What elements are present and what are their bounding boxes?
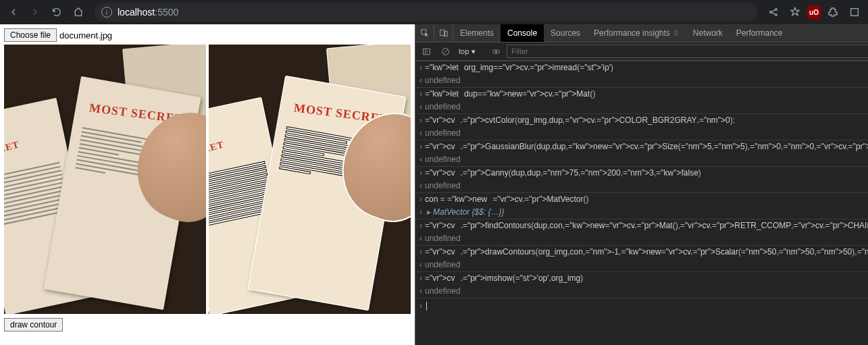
console-prompt[interactable]: › [415, 298, 868, 312]
extensions-icon[interactable] [823, 3, 842, 22]
svg-point-2 [775, 14, 777, 16]
console-input-row: ›="kw">let dup = ="kw">new ="vr">cv.="pr… [415, 87, 868, 101]
device-toolbar-icon[interactable] [434, 24, 453, 42]
console-input-row: ›="vr">cv.="pr">Canny(dup, dup, ="nm">75… [415, 166, 868, 180]
console-output-row: ‹undefined [415, 153, 868, 166]
console-toolbar: top Default levels ▾ No Is [415, 43, 868, 61]
console-input-row: ›="kw">let org_img = ="vr">cv.="pr">imre… [415, 61, 868, 74]
svg-rect-3 [851, 9, 859, 16]
svg-point-12 [495, 51, 496, 52]
share-icon[interactable] [764, 3, 783, 22]
window-control-icon[interactable] [845, 3, 864, 22]
home-button[interactable] [69, 3, 88, 22]
context-selector[interactable]: top [456, 46, 485, 57]
svg-point-0 [770, 11, 772, 14]
console-sidebar-toggle-icon[interactable] [418, 45, 434, 58]
ublock-extension-icon[interactable]: uO [807, 5, 821, 19]
stamp-text: SECRET [209, 139, 226, 161]
choose-file-button[interactable]: Choose file [4, 28, 57, 42]
browser-toolbar: i localhost:5500 uO [0, 0, 868, 24]
back-button[interactable] [4, 3, 23, 22]
address-bar[interactable]: i localhost:5500 [95, 3, 757, 22]
svg-line-10 [443, 49, 448, 54]
tab-sources[interactable]: Sources [544, 24, 587, 42]
console-output-row: ‹▸MatVector {$$: {…}} [415, 206, 868, 219]
site-info-icon[interactable]: i [101, 7, 112, 18]
console-input-row: ›="vr">cv.="pr">drawContours(org_img, co… [415, 245, 868, 259]
console-output-row: ‹undefined [415, 232, 868, 245]
bookmark-icon[interactable] [786, 3, 805, 22]
stamp-text: SECRET [4, 139, 21, 161]
console-output[interactable]: ›="kw">let org_img = ="vr">cv.="pr">imre… [415, 61, 868, 345]
console-output-row: ‹undefined [415, 180, 868, 192]
console-output-row: ‹undefined [415, 74, 868, 87]
original-image: SECRET MOST SECRET [4, 45, 206, 314]
console-output-row: ‹undefined [415, 101, 868, 113]
svg-point-1 [775, 9, 777, 11]
tab-console[interactable]: Console [501, 24, 544, 42]
tab-elements[interactable]: Elements [453, 24, 501, 42]
forward-button[interactable] [26, 3, 45, 22]
console-input-row: ›="vr">cv.="pr">cvtColor(org_img, dup, =… [415, 113, 868, 127]
tab-performance-insights[interactable]: Performance insights [587, 24, 686, 42]
clear-console-icon[interactable] [437, 45, 453, 58]
reload-button[interactable] [47, 3, 66, 22]
svg-rect-7 [423, 49, 430, 55]
console-output-row: ‹undefined [415, 127, 868, 140]
console-input-row: ›="vr">cv.="pr">imshow(="st">'op', org_i… [415, 271, 868, 285]
tab-performance[interactable]: Performance [730, 24, 790, 42]
console-output-row: ‹undefined [415, 285, 868, 298]
live-expression-icon[interactable] [488, 45, 504, 58]
console-output-row: ‹undefined [415, 259, 868, 271]
url-text: localhost:5500 [118, 7, 178, 18]
console-input-row: ›="vr">cv.="pr">GaussianBlur(dup, dup, =… [415, 140, 868, 153]
contour-output-image: SECRET MOST SECRET [209, 45, 411, 314]
devtools-panel: Elements Console Sources Performance ins… [415, 24, 868, 345]
draw-contour-button[interactable]: draw contour [4, 318, 63, 331]
inspect-element-icon[interactable] [415, 24, 434, 42]
console-input-row: ›con = ="kw">new ="vr">cv.="pr">MatVecto… [415, 192, 868, 206]
console-input-row: ›="vr">cv.="pr">findContours(dup, con, =… [415, 219, 868, 232]
console-filter-input[interactable] [507, 45, 868, 58]
selected-file-name: document.jpg [59, 30, 112, 41]
tab-network[interactable]: Network [686, 24, 730, 42]
devtools-tabs: Elements Console Sources Performance ins… [415, 24, 868, 43]
page-content: Choose file document.jpg SECRET MOST SEC… [0, 24, 415, 345]
